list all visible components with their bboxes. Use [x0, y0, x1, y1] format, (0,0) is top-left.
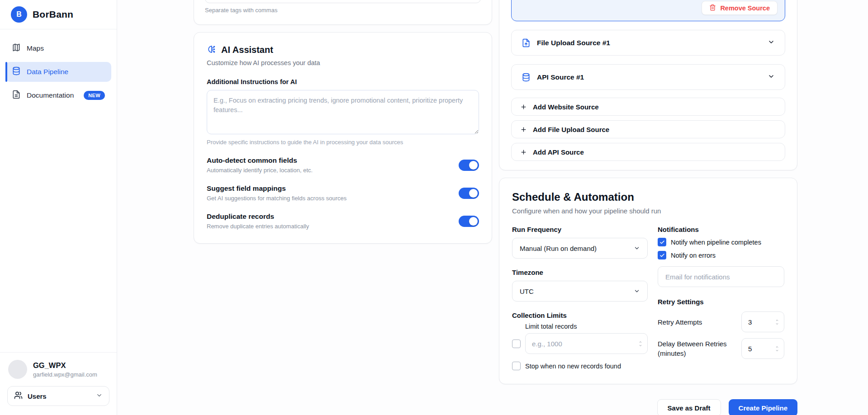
schedule-right-column: Notifications Notify when pipeline compl…: [658, 226, 784, 370]
toggle-row-field-mappings: Suggest field mappings Get AI suggestion…: [207, 184, 479, 202]
data-sources-card: Remove Source File Upload Source #1 API …: [499, 0, 797, 170]
collection-limits-label: Collection Limits: [512, 311, 648, 319]
tags-helper-text: Separate tags with commas: [205, 7, 481, 14]
plus-icon: [520, 149, 527, 156]
app-root: B BorBann Maps Data Pipeline Documentati…: [0, 0, 868, 415]
map-icon: [12, 43, 21, 54]
chevron-down-icon: [768, 73, 775, 81]
create-pipeline-button[interactable]: Create Pipeline: [729, 399, 797, 415]
notify-complete-checkbox[interactable]: [658, 238, 666, 246]
tags-input[interactable]: [205, 0, 481, 3]
trash-icon: [709, 4, 716, 12]
selected-source-panel: Remove Source: [511, 0, 785, 21]
new-badge: NEW: [84, 91, 105, 100]
remove-source-button[interactable]: Remove Source: [702, 1, 778, 15]
deduplicate-toggle[interactable]: [459, 216, 479, 227]
sidebar-item-data-pipeline[interactable]: Data Pipeline: [5, 62, 111, 82]
database-icon: [522, 73, 531, 82]
add-button-label: Add Website Source: [533, 103, 599, 111]
limit-records-input[interactable]: [532, 340, 638, 348]
stop-no-new-records-checkbox[interactable]: [512, 362, 521, 370]
ai-card-subtitle: Customize how AI processes your data: [207, 59, 479, 66]
sidebar-item-label: Maps: [27, 44, 44, 52]
sidebar-item-documentation[interactable]: Documentation NEW: [5, 85, 111, 105]
user-name: GG_WPX: [33, 361, 97, 370]
sidebar-item-label: Documentation: [27, 91, 74, 99]
toggle-row-deduplicate: Deduplicate records Remove duplicate ent…: [207, 212, 479, 230]
timezone-select[interactable]: UTC: [512, 281, 648, 302]
retry-delay-input[interactable]: [748, 345, 775, 353]
plus-icon: [520, 104, 527, 110]
limit-total-records-checkbox[interactable]: [512, 340, 521, 348]
user-email: garfield.wpx@gmail.com: [33, 371, 97, 378]
limit-total-records-label: Limit total records: [525, 323, 648, 330]
add-api-source-button[interactable]: Add API Source: [511, 143, 785, 161]
ai-brain-circuit-icon: [207, 44, 217, 56]
toggle-description: Get AI suggestions for matching fields a…: [207, 195, 346, 202]
schedule-automation-card: Schedule & Automation Configure when and…: [499, 178, 797, 384]
notification-email-input[interactable]: [658, 266, 784, 287]
limit-records-input-box: [525, 333, 648, 354]
notifications-label: Notifications: [658, 226, 784, 233]
retry-delay-label: Delay Between Retries (minutes): [658, 339, 737, 358]
number-spinner[interactable]: [775, 319, 779, 325]
ai-card-title: AI Assistant: [221, 45, 273, 55]
brand-logo: B: [11, 6, 27, 23]
brand: B BorBann: [0, 0, 117, 29]
retry-attempts-label: Retry Attempts: [658, 317, 702, 327]
sidebar: B BorBann Maps Data Pipeline Documentati…: [0, 0, 117, 415]
source-item-label: File Upload Source #1: [537, 39, 610, 47]
footer-actions: Save as Draft Create Pipeline: [499, 399, 797, 415]
left-column: Separate tags with commas AI Assistant C…: [194, 0, 492, 415]
avatar: [8, 360, 27, 379]
brand-name: BorBann: [33, 9, 73, 20]
chevron-down-icon: [96, 392, 103, 400]
document-icon: [12, 90, 21, 101]
check-icon: [659, 240, 665, 245]
toggle-description: Automatically identify price, location, …: [207, 167, 313, 174]
ai-assistant-card: AI Assistant Customize how AI processes …: [194, 32, 492, 244]
field-mappings-toggle[interactable]: [459, 188, 479, 199]
user-info: GG_WPX garfield.wpx@gmail.com: [7, 360, 109, 379]
role-selector-button[interactable]: Users: [7, 386, 109, 406]
stop-no-new-records-label: Stop when no new records found: [525, 363, 621, 370]
main-content: Separate tags with commas AI Assistant C…: [117, 0, 868, 415]
ai-instructions-helper: Provide specific instructions to guide t…: [207, 139, 479, 146]
chevron-down-icon: [634, 245, 640, 251]
retry-settings-label: Retry Settings: [658, 298, 784, 306]
remove-source-label: Remove Source: [720, 5, 770, 12]
chevron-down-icon: [768, 38, 775, 47]
sidebar-item-maps[interactable]: Maps: [5, 38, 111, 58]
toggle-description: Remove duplicate entries automatically: [207, 223, 309, 230]
plus-icon: [520, 126, 527, 133]
ai-instructions-textarea[interactable]: [207, 90, 479, 134]
number-spinner[interactable]: [775, 345, 779, 352]
right-column: Remove Source File Upload Source #1 API …: [499, 0, 797, 415]
autodetect-toggle[interactable]: [459, 160, 479, 171]
add-button-label: Add API Source: [533, 148, 584, 156]
notify-complete-label: Notify when pipeline completes: [671, 239, 761, 246]
ai-instructions-label: Additional Instructions for AI: [207, 78, 479, 85]
source-item-file-upload[interactable]: File Upload Source #1: [511, 30, 785, 56]
retry-delay-input-box: [741, 338, 784, 359]
sidebar-nav: Maps Data Pipeline Documentation NEW: [0, 29, 117, 114]
database-icon: [12, 66, 21, 77]
run-frequency-select[interactable]: Manual (Run on demand): [512, 238, 648, 259]
tags-card: Separate tags with commas: [194, 0, 492, 25]
toggle-label: Deduplicate records: [207, 212, 309, 221]
notify-errors-checkbox[interactable]: [658, 251, 666, 259]
save-draft-button[interactable]: Save as Draft: [657, 399, 721, 415]
number-spinner[interactable]: [638, 340, 643, 347]
timezone-label: Timezone: [512, 269, 648, 276]
add-website-source-button[interactable]: Add Website Source: [511, 98, 785, 116]
notify-errors-label: Notify on errors: [671, 252, 716, 259]
source-item-api[interactable]: API Source #1: [511, 64, 785, 90]
retry-attempts-input[interactable]: [748, 318, 775, 326]
run-frequency-label: Run Frequency: [512, 226, 648, 233]
source-item-label: API Source #1: [537, 73, 584, 81]
timezone-value: UTC: [520, 288, 534, 295]
add-button-label: Add File Upload Source: [533, 126, 609, 133]
role-selector-label: Users: [28, 392, 47, 400]
add-file-upload-source-button[interactable]: Add File Upload Source: [511, 120, 785, 138]
chevron-down-icon: [634, 288, 640, 294]
